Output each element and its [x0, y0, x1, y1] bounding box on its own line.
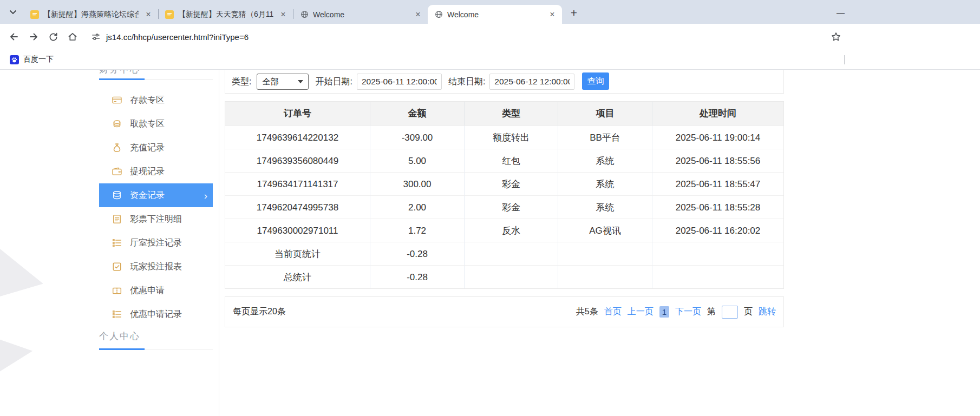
page-size-text: 每页显示20条 — [233, 306, 286, 318]
sidebar-item-label: 提现记录 — [130, 166, 165, 177]
table-cell: 总统计 — [225, 265, 370, 288]
table-cell: 300.00 — [370, 172, 465, 195]
end-date-input[interactable] — [489, 74, 574, 90]
wallet-icon — [112, 167, 122, 176]
sidebar-item-label: 厅室投注记录 — [130, 237, 182, 249]
sidebar-item-hall-bet-records[interactable]: 厅室投注记录 — [99, 231, 213, 255]
sidebar-item-recharge-records[interactable]: 充值记录 — [99, 136, 213, 160]
table-cell: -309.00 — [370, 126, 465, 149]
first-page-link[interactable]: 首页 — [604, 306, 622, 318]
start-date-input[interactable] — [357, 74, 442, 90]
type-select[interactable]: 全部 — [257, 74, 309, 90]
globe-icon — [434, 10, 443, 19]
tab-forum-2[interactable]: 【新提醒】天天竞猜（6月11日 × — [159, 5, 293, 24]
table-cell: 反水 — [465, 219, 558, 242]
ticket-icon — [112, 286, 122, 295]
jump-button[interactable]: 跳转 — [759, 306, 776, 318]
table-cell: 2025-06-11 18:55:47 — [652, 172, 783, 195]
minimize-button[interactable]: — — [837, 8, 845, 17]
browser-toolbar: js14.cc/hhcp/usercenter.html?iniType=6 — [0, 24, 980, 50]
decorative-triangle — [0, 237, 49, 308]
search-button[interactable]: 查询 — [582, 72, 609, 90]
table-row-page-stats: 当前页统计 -0.28 — [225, 242, 783, 265]
close-icon[interactable]: × — [413, 9, 423, 20]
table-cell: 系统 — [558, 172, 652, 195]
column-header: 金额 — [370, 102, 465, 126]
coins-icon — [112, 119, 122, 129]
address-bar[interactable]: js14.cc/hhcp/usercenter.html?iniType=6 — [83, 32, 827, 42]
table-cell: 1749620474995738 — [225, 195, 370, 219]
decorative-triangle — [0, 325, 35, 378]
table-cell: 2025-06-11 18:55:28 — [652, 195, 783, 219]
baidu-paw-icon — [10, 55, 19, 64]
bookmarks-bar: 百度一下 — [0, 50, 980, 70]
fund-records-table: 订单号 金额 类型 项目 处理时间 1749639614220132 -309.… — [225, 101, 784, 289]
table-cell: 额度转出 — [465, 126, 558, 149]
table-cell — [652, 265, 783, 288]
main-content: 类型: 全部 开始日期: 结束日期: 查询 订单号 金额 类型 项目 处理时间 … — [225, 70, 784, 327]
table-cell: 1749634171141317 — [225, 172, 370, 195]
tab-search-button[interactable] — [5, 5, 21, 20]
bookmark-baidu[interactable]: 百度一下 — [6, 52, 57, 67]
new-tab-button[interactable]: + — [566, 5, 582, 21]
table-cell: -0.28 — [370, 265, 465, 288]
close-icon[interactable]: × — [547, 9, 558, 20]
table-cell — [652, 242, 783, 265]
sidebar-item-label: 彩票下注明细 — [130, 214, 182, 225]
tab-title: 【新提醒】海燕策略论坛综合交 — [43, 10, 139, 19]
table-cell — [465, 242, 558, 265]
table-cell: 红包 — [465, 149, 558, 172]
tab-forum-1[interactable]: 【新提醒】海燕策略论坛综合交 × — [24, 5, 158, 24]
table-cell: 系统 — [558, 149, 652, 172]
bookmark-star-icon[interactable] — [827, 28, 845, 45]
sidebar-item-label: 优惠申请记录 — [130, 309, 182, 320]
back-button[interactable] — [5, 28, 23, 45]
table-cell: 2025-06-11 19:00:14 — [652, 126, 783, 149]
sidebar-item-deposit-zone[interactable]: 存款专区 — [99, 88, 213, 112]
table-cell: 当前页统计 — [225, 242, 370, 265]
reload-button[interactable] — [44, 28, 62, 45]
sidebar-item-player-bet-report[interactable]: 玩家投注报表 — [99, 255, 213, 279]
current-page-indicator[interactable]: 1 — [659, 306, 669, 318]
url-text[interactable]: js14.cc/hhcp/usercenter.html?iniType=6 — [106, 32, 249, 42]
start-date-label: 开始日期: — [315, 74, 352, 90]
close-icon[interactable]: × — [143, 9, 154, 20]
home-button[interactable] — [64, 28, 81, 45]
table-row: 1749634171141317 300.00 彩金 系统 2025-06-11… — [225, 172, 783, 195]
page-content: 财务中心 存款专区 取款专区 充值记录 — [0, 70, 980, 416]
column-header: 项目 — [558, 102, 652, 126]
table-header-row: 订单号 金额 类型 项目 处理时间 — [225, 102, 783, 126]
page-jump-input[interactable] — [722, 306, 738, 319]
bookmark-label: 百度一下 — [23, 55, 54, 64]
table-cell — [465, 265, 558, 288]
sidebar-item-promo-apply-records[interactable]: 优惠申请记录 — [99, 302, 213, 326]
prev-page-link[interactable]: 上一页 — [628, 306, 654, 318]
column-header: 类型 — [465, 102, 558, 126]
sidebar-item-fund-records[interactable]: 资金记录 › — [99, 183, 213, 207]
money-bag-icon — [112, 143, 122, 153]
bank-card-icon — [112, 95, 122, 105]
sidebar-item-withdraw-zone[interactable]: 取款专区 — [99, 112, 213, 136]
site-info-icon[interactable] — [91, 32, 101, 42]
sidebar-section-finance: 财务中心 — [99, 70, 213, 80]
table-cell: 2.00 — [370, 195, 465, 219]
sidebar-item-promo-apply[interactable]: 优惠申请 — [99, 279, 213, 302]
tab-welcome-1[interactable]: Welcome × — [293, 5, 428, 24]
table-row-total-stats: 总统计 -0.28 — [225, 265, 783, 288]
sidebar-item-label: 优惠申请 — [130, 285, 165, 296]
sidebar-item-lottery-bet-details[interactable]: 彩票下注明细 — [99, 207, 213, 231]
document-icon — [112, 214, 122, 224]
sidebar-item-label: 取款专区 — [130, 118, 165, 130]
sidebar-item-withdraw-records[interactable]: 提现记录 — [99, 160, 213, 183]
chevron-right-icon: › — [204, 190, 207, 201]
next-page-link[interactable]: 下一页 — [675, 306, 701, 318]
table-cell: 彩金 — [465, 172, 558, 195]
close-icon[interactable]: × — [278, 9, 289, 20]
end-date-label: 结束日期: — [448, 74, 485, 90]
table-cell: 5.00 — [370, 149, 465, 172]
table-cell: BB平台 — [558, 126, 652, 149]
sidebar-divider — [219, 70, 219, 416]
tab-welcome-2-active[interactable]: Welcome × — [428, 5, 562, 24]
table-cell: -0.28 — [370, 242, 465, 265]
forward-button[interactable] — [25, 28, 42, 45]
